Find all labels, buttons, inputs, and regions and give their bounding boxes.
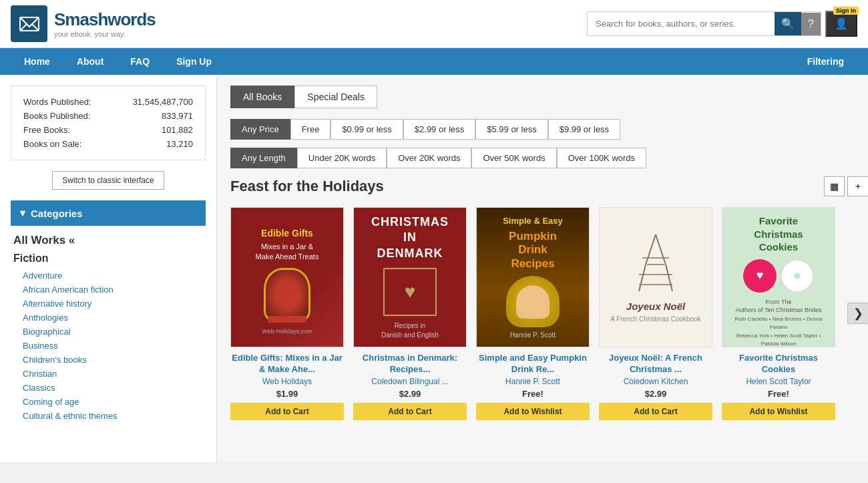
- length-filter-row: Any Length Under 20K words Over 20K word…: [230, 148, 868, 168]
- filter-any-price[interactable]: Any Price: [230, 119, 290, 140]
- book-author-pumpkin[interactable]: Hannie P. Scott: [476, 377, 590, 386]
- book-author-denmark[interactable]: Coledown Bilingual ...: [353, 377, 467, 386]
- stats-row: Books Published: 833,971: [23, 110, 193, 122]
- filter-over-100k[interactable]: Over 100K words: [557, 148, 646, 168]
- book-price-edible: $1.99: [230, 389, 344, 399]
- stats-label: Books on Sale:: [23, 138, 112, 150]
- filter-999[interactable]: $9.99 or less: [548, 119, 620, 140]
- sidebar-item-childrens[interactable]: Children's books: [13, 353, 203, 367]
- switch-interface-button[interactable]: Switch to classic interface: [52, 171, 164, 190]
- filter-599[interactable]: $5.99 or less: [475, 119, 548, 140]
- filter-under-20k[interactable]: Under 20K words: [297, 148, 387, 168]
- book-cover-joyeux: Joyeux Noël A French Christmas Cookbook: [599, 207, 712, 347]
- logo-tagline: your ebook. your way.: [54, 30, 156, 38]
- logo-area: Smashwords your ebook. your way.: [11, 5, 156, 42]
- add-to-wishlist-pumpkin[interactable]: Add to Wishlist: [476, 403, 590, 420]
- stats-row: Books on Sale: 13,210: [23, 138, 193, 150]
- add-to-wishlist-cookies[interactable]: Add to Wishlist: [722, 403, 835, 420]
- stats-row: Free Books: 101,882: [23, 124, 193, 136]
- grid-view-button[interactable]: ▦: [824, 176, 845, 196]
- search-input[interactable]: [588, 13, 775, 34]
- categories-header: ▾ Categories: [11, 200, 206, 226]
- book-title-edible[interactable]: Edible Gifts: Mixes in a Jar & Make Ahe.…: [230, 353, 344, 375]
- switch-btn-wrap: Switch to classic interface: [11, 171, 206, 190]
- nav-faq[interactable]: FAQ: [117, 48, 163, 75]
- add-to-cart-joyeux[interactable]: Add to Cart: [599, 403, 712, 420]
- nav-right: Filtering: [794, 48, 857, 75]
- all-works[interactable]: All Works «: [11, 234, 206, 247]
- sidebar-item-alternative-history[interactable]: Alternative history: [13, 297, 203, 311]
- book-price-joyeux: $2.99: [599, 389, 712, 399]
- categories-label: Categories: [31, 208, 83, 219]
- stats-value: 31,545,487,700: [114, 96, 193, 108]
- filter-over-50k[interactable]: Over 50K words: [471, 148, 556, 168]
- book-price-denmark: $2.99: [353, 389, 467, 399]
- sidebar: Words Published: 31,545,487,700 Books Pu…: [0, 75, 217, 462]
- logo-title: Smashwords: [54, 9, 156, 30]
- book-card-pumpkin: Simple & Easy PumpkinDrinkRecipes Hannie…: [476, 207, 590, 420]
- sidebar-item-cultural[interactable]: Cultural & ethnic themes: [13, 409, 203, 423]
- book-price-pumpkin: Free!: [476, 389, 590, 399]
- nav-signup[interactable]: Sign Up: [163, 48, 225, 75]
- book-title-denmark[interactable]: Christmas in Denmark: Recipes...: [353, 353, 467, 375]
- book-title-pumpkin[interactable]: Simple and Easy Pumpkin Drink Re...: [476, 353, 590, 375]
- stats-box: Words Published: 31,545,487,700 Books Pu…: [11, 86, 206, 160]
- book-author-edible[interactable]: Web Holidays: [230, 377, 344, 386]
- tab-row: All Books Special Deals: [230, 86, 868, 108]
- stats-label: Free Books:: [23, 124, 112, 136]
- books-grid: Edible Gifts Mixes in a Jar &Make Ahead …: [230, 207, 868, 420]
- section-title: Feast for the Holidays: [230, 178, 384, 195]
- next-arrow[interactable]: ❯: [847, 303, 868, 324]
- header-right: 🔍 ? Sign In 👤: [587, 11, 857, 37]
- filter-over-20k[interactable]: Over 20K words: [387, 148, 471, 168]
- book-cover-cookies: FavoriteChristmasCookies ♥ ❄ From TheAut…: [722, 207, 835, 347]
- tab-all-books[interactable]: All Books: [230, 86, 294, 108]
- book-card-cookies: FavoriteChristmasCookies ♥ ❄ From TheAut…: [722, 207, 835, 420]
- filter-099[interactable]: $0.99 or less: [331, 119, 403, 140]
- tab-special-deals[interactable]: Special Deals: [294, 86, 377, 108]
- section-heading: Feast for the Holidays ▦ ＋: [230, 176, 868, 196]
- sidebar-item-business[interactable]: Business: [13, 339, 203, 353]
- book-title-cookies[interactable]: Favorite Christmas Cookies: [722, 353, 835, 375]
- sidebar-item-biographical[interactable]: Biographical: [13, 325, 203, 339]
- stats-value: 101,882: [114, 124, 193, 136]
- nav-about[interactable]: About: [63, 48, 117, 75]
- header: Smashwords your ebook. your way. 🔍 ? Sig…: [0, 0, 868, 48]
- fiction-section-title: Fiction: [13, 253, 206, 265]
- book-author-cookies[interactable]: Helen Scott Taylor: [722, 377, 835, 386]
- add-view-button[interactable]: ＋: [847, 176, 868, 196]
- nav-home[interactable]: Home: [11, 48, 63, 75]
- content: All Books Special Deals Any Price Free $…: [217, 75, 868, 462]
- signin-badge: Sign In: [833, 7, 859, 15]
- book-price-cookies: Free!: [722, 389, 835, 399]
- book-title-joyeux[interactable]: Joyeux Noël: A French Christmas ...: [599, 353, 712, 375]
- chevron-down-icon: ▾: [20, 207, 25, 219]
- search-button[interactable]: 🔍: [775, 12, 801, 35]
- filter-299[interactable]: $2.99 or less: [403, 119, 475, 140]
- logo-icon: [11, 5, 47, 42]
- svg-line-4: [656, 234, 666, 265]
- book-cover-edible: Edible Gifts Mixes in a Jar &Make Ahead …: [230, 207, 344, 347]
- filter-any-length[interactable]: Any Length: [230, 148, 297, 168]
- filter-free[interactable]: Free: [290, 119, 331, 140]
- stats-label: Books Published:: [23, 110, 112, 122]
- view-controls: ▦ ＋: [824, 176, 868, 196]
- book-author-joyeux[interactable]: Coledown Kitchen: [599, 377, 712, 386]
- nav-filtering[interactable]: Filtering: [794, 48, 857, 75]
- add-to-cart-denmark[interactable]: Add to Cart: [353, 403, 467, 420]
- sidebar-item-african-american[interactable]: African American fiction: [13, 283, 203, 297]
- search-box: 🔍 ?: [587, 11, 821, 36]
- sidebar-item-anthologies[interactable]: Anthologies: [13, 311, 203, 325]
- svg-line-3: [646, 234, 656, 265]
- add-to-cart-edible[interactable]: Add to Cart: [230, 403, 344, 420]
- help-button[interactable]: ?: [801, 13, 821, 35]
- sidebar-item-classics[interactable]: Classics: [13, 381, 203, 395]
- svg-line-1: [20, 24, 27, 31]
- sidebar-item-christian[interactable]: Christian: [13, 367, 203, 381]
- svg-line-6: [666, 265, 672, 291]
- stats-label: Words Published:: [23, 96, 112, 108]
- sidebar-item-coming-of-age[interactable]: Coming of age: [13, 395, 203, 409]
- stats-table: Words Published: 31,545,487,700 Books Pu…: [22, 94, 194, 152]
- sidebar-item-adventure[interactable]: Adventure: [13, 269, 203, 283]
- signin-area: Sign In 👤: [825, 11, 857, 37]
